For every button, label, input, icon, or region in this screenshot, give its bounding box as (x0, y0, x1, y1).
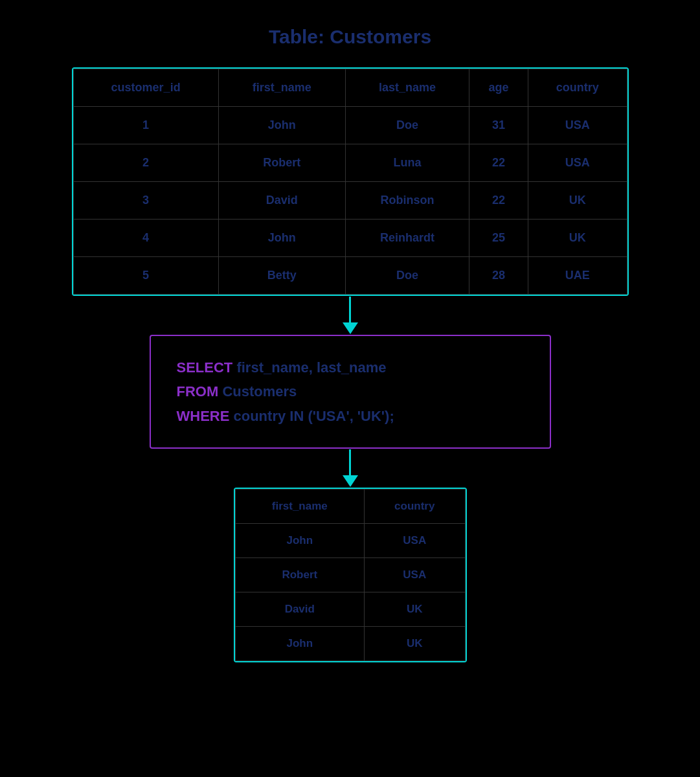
table-cell: USA (528, 144, 627, 182)
table-cell: John (218, 107, 345, 144)
table-row: 1JohnDoe31USA (73, 107, 627, 144)
sql-line-1: SELECT first_name, last_name (177, 355, 524, 379)
table-cell: Reinhardt (345, 220, 469, 257)
table-cell: USA (528, 107, 627, 144)
sql-rest-1: first_name, last_name (232, 359, 386, 376)
table-cell: 28 (469, 257, 528, 295)
sql-keyword-from: FROM (177, 383, 219, 400)
arrow-1 (343, 296, 358, 335)
table-cell: 22 (469, 144, 528, 182)
table-row: 3DavidRobinson22UK (73, 182, 627, 220)
page-title: Table: Customers (269, 26, 431, 48)
table-cell: 25 (469, 220, 528, 257)
table-cell: 31 (469, 107, 528, 144)
top-table-body: 1JohnDoe31USA2RobertLuna22USA3DavidRobin… (73, 107, 627, 295)
table-row: JohnUSA (235, 524, 465, 558)
arrow-2-head (343, 475, 358, 487)
table-cell: 5 (73, 257, 218, 295)
sql-box: SELECT first_name, last_name FROM Custom… (150, 335, 551, 449)
table-cell: UK (528, 182, 627, 220)
customers-table: customer_id first_name last_name age cou… (73, 69, 627, 295)
col-first-name: first_name (218, 69, 345, 107)
sql-line-3: WHERE country IN ('USA', 'UK'); (177, 404, 524, 428)
table-row: RobertUSA (235, 558, 465, 592)
table-cell: 3 (73, 182, 218, 220)
table-row: 2RobertLuna22USA (73, 144, 627, 182)
table-cell: Betty (218, 257, 345, 295)
col-last-name: last_name (345, 69, 469, 107)
table-cell: 22 (469, 182, 528, 220)
table-cell: Doe (345, 107, 469, 144)
arrow-2-shaft (349, 449, 351, 475)
table-cell: John (218, 220, 345, 257)
sql-rest-3: country IN ('USA', 'UK'); (229, 408, 394, 424)
table-cell: David (235, 592, 365, 627)
sql-rest-2: Customers (218, 383, 297, 400)
result-header-row: first_name country (235, 490, 465, 524)
sql-line-2: FROM Customers (177, 379, 524, 403)
table-cell: David (218, 182, 345, 220)
arrow-2 (343, 449, 358, 488)
table-cell: Doe (345, 257, 469, 295)
table-row: DavidUK (235, 592, 465, 627)
table-cell: UK (528, 220, 627, 257)
table-cell: Robert (235, 558, 365, 592)
table-cell: Robert (218, 144, 345, 182)
result-col-first-name: first_name (235, 490, 365, 524)
bottom-table-wrapper: first_name country JohnUSARobertUSADavid… (234, 488, 467, 662)
table-row: 5BettyDoe28UAE (73, 257, 627, 295)
sql-keyword-where: WHERE (177, 408, 230, 424)
table-header-row: customer_id first_name last_name age cou… (73, 69, 627, 107)
arrow-1-head (343, 322, 358, 334)
table-cell: John (235, 627, 365, 661)
result-table: first_name country JohnUSARobertUSADavid… (235, 489, 466, 661)
table-cell: John (235, 524, 365, 558)
table-cell: USA (365, 558, 465, 592)
table-cell: USA (365, 524, 465, 558)
table-cell: Luna (345, 144, 469, 182)
page-container: Table: Customers customer_id first_name … (0, 0, 700, 701)
table-cell: UK (365, 627, 465, 661)
bottom-table-body: JohnUSARobertUSADavidUKJohnUK (235, 524, 465, 661)
col-customer-id: customer_id (73, 69, 218, 107)
table-cell: UAE (528, 257, 627, 295)
table-cell: Robinson (345, 182, 469, 220)
table-cell: 2 (73, 144, 218, 182)
table-cell: 1 (73, 107, 218, 144)
table-cell: 4 (73, 220, 218, 257)
table-row: 4JohnReinhardt25UK (73, 220, 627, 257)
arrow-1-shaft (349, 297, 351, 322)
sql-keyword-select: SELECT (177, 359, 233, 376)
top-table-wrapper: customer_id first_name last_name age cou… (72, 67, 629, 296)
table-cell: UK (365, 592, 465, 627)
result-col-country: country (365, 490, 465, 524)
table-row: JohnUK (235, 627, 465, 661)
col-age: age (469, 69, 528, 107)
col-country: country (528, 69, 627, 107)
